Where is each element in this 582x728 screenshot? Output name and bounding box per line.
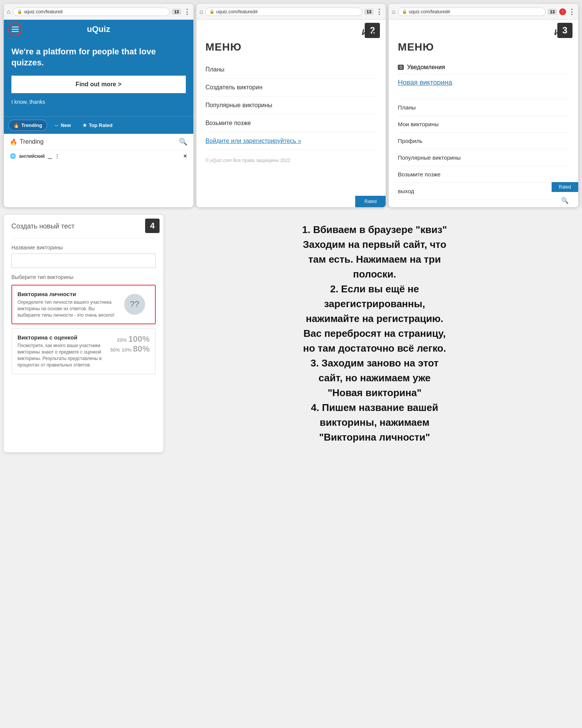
translate-icon: 🌐	[10, 153, 16, 159]
menu3-plans[interactable]: Планы	[398, 99, 569, 116]
trending-label: 🔥 Trending	[10, 138, 44, 146]
instructions-panel: 1. Вбиваем в браузере "квиз" Заходим на …	[171, 215, 578, 452]
scored-quiz-info: Викторина с оценкой Посмотрите, как мног…	[17, 334, 106, 368]
bottom-section: 4 Создать новый тест Название викторины …	[0, 207, 582, 460]
url-text-3: uquiz.com/featured#	[409, 9, 450, 14]
hamburger-line	[12, 31, 19, 32]
percent-1: 20%	[117, 337, 127, 343]
scored-quiz-name: Викторина с оценкой	[17, 334, 106, 341]
more-options-icon[interactable]: ⋮	[55, 153, 60, 159]
close-row-3: Икс	[398, 27, 569, 37]
scored-quiz-percents: 20% 100% 50% 10% 80%	[110, 334, 150, 354]
search-icon-3[interactable]: 🔍	[561, 197, 569, 204]
percent-row-1: 20% 100%	[117, 334, 150, 344]
personality-icon: ??	[124, 294, 145, 315]
phone4-content: Создать новый тест Название викторины Вы…	[4, 215, 163, 386]
url-box-2[interactable]: 🔒 uquiz.com/featured#	[205, 8, 362, 16]
url-text-2: uquiz.com/featured#	[216, 9, 258, 14]
personality-quiz-card[interactable]: Викторина личности Определите тип личнос…	[11, 285, 156, 324]
personality-quiz-name: Викторина личности	[17, 291, 115, 297]
tagline: We're a platform for people that love qu…	[11, 46, 186, 68]
hamburger-menu-button[interactable]	[8, 22, 22, 36]
percent-4: 10%	[122, 347, 131, 353]
new-quiz-item[interactable]: Новая викторина	[398, 74, 569, 99]
lock-icon: 🔒	[17, 9, 22, 14]
tab-count-1[interactable]: 13	[172, 9, 181, 15]
home-icon-3: ⌂	[392, 8, 395, 15]
phone2-menu-body: Икс МЕНЮ Планы Создатель викторин Популя…	[196, 20, 386, 171]
hamburger-line	[12, 29, 19, 30]
menu-item-popular[interactable]: Популярные викторины	[206, 97, 377, 114]
percent-5: 80%	[133, 344, 150, 354]
more-dots-2[interactable]: ⋮	[376, 8, 383, 16]
menu-item-creator[interactable]: Создатель викторин	[206, 79, 377, 97]
percent-2: 100%	[128, 334, 150, 344]
trending-section: 🔥 Trending 🔍	[4, 134, 193, 150]
hamburger-line	[12, 27, 19, 27]
url-text-1: uquiz.com/featured	[24, 9, 63, 14]
menu-footer: © uQuiz.com Все права защищены 2022	[206, 158, 377, 163]
menu3-profile[interactable]: Профиль	[398, 133, 569, 149]
browser-bar-3: ⌂ 🔒 uquiz.com/featured# 13 ! ⋮	[389, 4, 578, 20]
home-icon: ⌂	[7, 8, 11, 15]
step-badge-3: 3	[557, 23, 573, 38]
search-partial-3: 🔍	[552, 194, 578, 207]
url-box-3[interactable]: 🔒 uquiz.com/featured#	[398, 8, 546, 16]
dismiss-text[interactable]: I know, thanks	[11, 99, 186, 105]
notification-dot: !	[559, 8, 566, 15]
notifications-item[interactable]: 0 Уведомления	[398, 61, 569, 74]
top-section: ⌂ 🔒 uquiz.com/featured 13 ⋮ 1 uQuiz We'r…	[0, 0, 582, 207]
menu-item-plans[interactable]: Планы	[206, 61, 377, 79]
quiz-type-label: Выберите тип викторины	[11, 274, 156, 280]
notifications-label: Уведомления	[407, 64, 445, 71]
percent-row-2: 50% 10% 80%	[110, 344, 150, 354]
phone-3: ⌂ 🔒 uquiz.com/featured# 13 ! ⋮ 3 Икс МЕН…	[389, 4, 578, 207]
menu3-my-quizzes[interactable]: Мои викторины	[398, 116, 569, 133]
tab-new[interactable]: ↔ New	[49, 120, 76, 131]
home-icon-2: ⌂	[199, 8, 203, 15]
underline-decor: ‿	[48, 153, 52, 159]
language-text: английский	[19, 153, 45, 159]
menu3-logout[interactable]: выход	[398, 183, 569, 200]
tab-trending[interactable]: 🔥 Trending	[8, 120, 47, 131]
menu-title-2: МЕНЮ	[206, 41, 377, 53]
tab-partial-3: Rated	[552, 182, 578, 192]
scored-quiz-desc: Посмотрите, как много ваши участники вик…	[17, 343, 106, 368]
phone3-menu-body: Икс МЕНЮ 0 Уведомления Новая викторина П…	[389, 20, 578, 207]
scored-quiz-card[interactable]: Викторина с оценкой Посмотрите, как мног…	[11, 328, 156, 374]
url-box-1[interactable]: 🔒 uquiz.com/featured	[13, 8, 170, 16]
instructions-text: 1. Вбиваем в браузере "квиз" Заходим на …	[302, 222, 447, 445]
phone-4: 4 Создать новый тест Название викторины …	[4, 215, 163, 452]
tab-top-rated[interactable]: ★ Top Rated	[78, 120, 117, 131]
trending-icon: 🔥	[13, 122, 19, 128]
phone-2: ⌂ 🔒 uquiz.com/featured# 13 ⋮ 2 Икс МЕНЮ …	[196, 4, 386, 207]
find-out-more-button[interactable]: Find out more >	[11, 76, 186, 93]
site-title: uQuiz	[87, 24, 110, 34]
more-dots-1[interactable]: ⋮	[183, 8, 190, 16]
phone1-body: We're a platform for people that love qu…	[4, 39, 193, 116]
personality-quiz-desc: Определите тип личности вашего участника…	[17, 299, 115, 318]
step-badge-4: 4	[145, 219, 160, 233]
menu3-later[interactable]: Возьмите позже	[398, 166, 569, 183]
new-icon: ↔	[54, 122, 59, 128]
lock-icon-2: 🔒	[209, 9, 215, 14]
search-icon[interactable]: 🔍	[179, 138, 187, 146]
menu3-popular[interactable]: Популярные викторины	[398, 149, 569, 166]
personality-quiz-icon-area: ??	[119, 291, 150, 317]
new-quiz-link[interactable]: Новая викторина	[398, 79, 569, 87]
close-translate-icon[interactable]: ✕	[183, 153, 187, 159]
close-menu-button[interactable]: Икс	[362, 27, 376, 37]
quiz-name-input[interactable]	[11, 254, 156, 268]
phone-1: ⌂ 🔒 uquiz.com/featured 13 ⋮ 1 uQuiz We'r…	[4, 4, 193, 207]
notification-count: 0	[398, 65, 404, 70]
menu-item-later[interactable]: Возьмите позже	[206, 114, 377, 132]
percent-3: 50%	[110, 347, 120, 353]
phone1-header: uQuiz	[4, 20, 193, 39]
tab-count-2[interactable]: 13	[364, 9, 373, 15]
create-quiz-title: Создать новый тест	[11, 222, 156, 230]
menu-item-register[interactable]: Войдите или зарегистрируйтесь »	[206, 132, 377, 150]
more-dots-3[interactable]: ⋮	[568, 8, 575, 16]
translate-bar: 🌐 английский ‿ ⋮ ✕	[4, 150, 193, 162]
star-icon: ★	[82, 122, 87, 128]
tab-count-3[interactable]: 13	[548, 9, 557, 15]
